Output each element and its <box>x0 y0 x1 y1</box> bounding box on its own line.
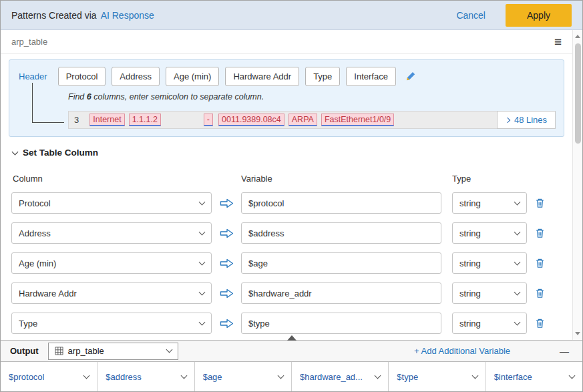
header-column: Column <box>11 174 241 184</box>
column-chip-age[interactable]: Age (min) <box>166 67 219 86</box>
column-chip-type[interactable]: Type <box>305 67 340 86</box>
header-columns-row: Header Protocol Address Age (min) Hardwa… <box>17 67 556 86</box>
chevron-down-icon <box>514 198 521 205</box>
chevron-down-icon <box>199 288 206 295</box>
main-panel: arp_table ≡ Header Protocol Address Age … <box>1 30 572 340</box>
edit-pencil-icon[interactable] <box>405 71 416 82</box>
column-chip-hardware-addr[interactable]: Hardware Addr <box>225 67 299 86</box>
column-hint-text: Find 6 columns, enter semicolon to separ… <box>68 92 556 104</box>
chevron-down-icon <box>199 319 206 325</box>
output-table-select[interactable]: arp_table <box>48 343 178 360</box>
chevron-down-icon <box>278 372 284 379</box>
table-column-row: Protocol string <box>11 192 562 214</box>
table-column-row: Age (min) string <box>11 252 562 274</box>
scrollbar-thumb[interactable] <box>575 43 581 144</box>
variable-input[interactable] <box>241 222 441 244</box>
chevron-down-icon <box>166 347 172 353</box>
type-select-value: string <box>459 288 481 299</box>
table-name-label: arp_table <box>11 37 47 47</box>
token-age[interactable]: - <box>204 114 213 126</box>
lines-count-button[interactable]: 48 Lines <box>497 111 556 129</box>
delete-row-button[interactable] <box>535 288 545 299</box>
resize-handle-icon[interactable] <box>287 335 297 341</box>
chevron-down-icon <box>180 372 187 379</box>
type-select[interactable]: string <box>452 282 527 304</box>
column-select-value: Address <box>19 228 51 238</box>
column-chip-protocol[interactable]: Protocol <box>58 67 106 86</box>
menu-icon[interactable]: ≡ <box>554 35 562 48</box>
scroll-up-arrow[interactable] <box>573 31 582 41</box>
type-select-value: string <box>459 258 481 268</box>
minimize-icon[interactable]: — <box>560 346 569 357</box>
sample-line-row: 3 Internet 1.1.1.2 - 0011.9389.08c4 ARPA… <box>68 111 556 129</box>
delete-row-button[interactable] <box>535 228 545 238</box>
token-protocol[interactable]: Internet <box>89 114 124 126</box>
delete-row-button[interactable] <box>535 318 545 329</box>
variable-dropdown-interface[interactable]: $interface <box>486 362 582 391</box>
variable-dropdown-type[interactable]: $type <box>389 362 485 391</box>
table-column-row: Hardware Addr string <box>11 282 562 304</box>
column-chip-interface[interactable]: Interface <box>346 67 396 86</box>
sample-line-number: 3 <box>74 115 79 125</box>
token-type[interactable]: ARPA <box>288 114 317 126</box>
token-interface[interactable]: FastEthernet1/0/9 <box>321 114 394 126</box>
column-select-value: Protocol <box>19 198 51 208</box>
header-parse-section: Header Protocol Address Age (min) Hardwa… <box>9 59 564 137</box>
type-select[interactable]: string <box>452 192 527 214</box>
column-count: 6 <box>87 92 91 102</box>
map-arrow-icon <box>212 198 241 208</box>
variable-input[interactable] <box>241 192 441 214</box>
sample-line-strip: 3 Internet 1.1.1.2 - 0011.9389.08c4 ARPA… <box>68 111 498 129</box>
variable-dropdown-address[interactable]: $address <box>98 362 194 391</box>
page-title: Patterns Created via <box>11 10 97 21</box>
column-select[interactable]: Age (min) <box>11 252 212 274</box>
apply-button[interactable]: Apply <box>506 4 572 27</box>
delete-row-button[interactable] <box>535 258 545 268</box>
chevron-down-icon <box>199 258 206 265</box>
delete-row-button[interactable] <box>535 198 545 208</box>
header-type: Type <box>452 174 527 184</box>
cancel-button[interactable]: Cancel <box>456 10 485 21</box>
chevron-right-icon <box>505 117 510 122</box>
chevron-down-icon <box>375 372 381 379</box>
header-variable: Variable <box>241 174 452 184</box>
variable-name: $interface <box>494 372 532 382</box>
vertical-scrollbar[interactable] <box>572 30 582 340</box>
top-bar: Patterns Created via AI Response Cancel … <box>1 1 582 30</box>
type-select[interactable]: string <box>452 252 527 274</box>
table-column-row: Address string <box>11 222 562 244</box>
scroll-down-arrow[interactable] <box>573 329 582 339</box>
variable-input[interactable] <box>241 252 441 274</box>
column-select[interactable]: Protocol <box>11 192 212 214</box>
column-chip-address[interactable]: Address <box>112 67 160 86</box>
sample-tokens: Internet 1.1.1.2 - 0011.9389.08c4 ARPA F… <box>89 114 394 126</box>
patterns-editor-window: Patterns Created via AI Response Cancel … <box>0 0 583 392</box>
column-select[interactable]: Hardware Addr <box>11 282 212 304</box>
column-select[interactable]: Address <box>11 222 212 244</box>
token-address[interactable]: 1.1.1.2 <box>129 114 161 126</box>
type-select[interactable]: string <box>452 313 527 334</box>
variable-name: $hardware_ad... <box>300 372 363 382</box>
type-select-value: string <box>459 198 481 208</box>
column-select[interactable]: Type <box>11 313 212 334</box>
ai-response-link[interactable]: AI Response <box>101 10 154 21</box>
set-table-column-header[interactable]: Set Table Column <box>11 148 562 158</box>
variable-dropdown-hardware-addr[interactable]: $hardware_ad... <box>292 362 389 391</box>
add-additional-variable-link[interactable]: + Add Additional Variable <box>414 346 510 356</box>
variable-input[interactable] <box>241 282 441 304</box>
token-hardware-addr[interactable]: 0011.9389.08c4 <box>218 114 284 126</box>
header-label: Header <box>17 70 49 83</box>
map-arrow-icon <box>212 258 241 268</box>
content-area: arp_table ≡ Header Protocol Address Age … <box>1 30 582 340</box>
set-table-column-section: Set Table Column Column Variable Type Pr… <box>1 137 572 334</box>
variable-input[interactable] <box>241 313 441 334</box>
variable-dropdown-age[interactable]: $age <box>195 362 292 391</box>
table-column-row: Type string <box>11 313 562 334</box>
chevron-down-icon <box>514 288 521 295</box>
variable-dropdown-protocol[interactable]: $protocol <box>1 362 98 391</box>
output-bar: Output arp_table + Add Additional Variab… <box>1 340 582 362</box>
type-select[interactable]: string <box>452 222 527 244</box>
variable-name: $address <box>106 372 141 382</box>
map-arrow-icon <box>212 319 241 329</box>
chevron-down-icon <box>514 319 521 325</box>
